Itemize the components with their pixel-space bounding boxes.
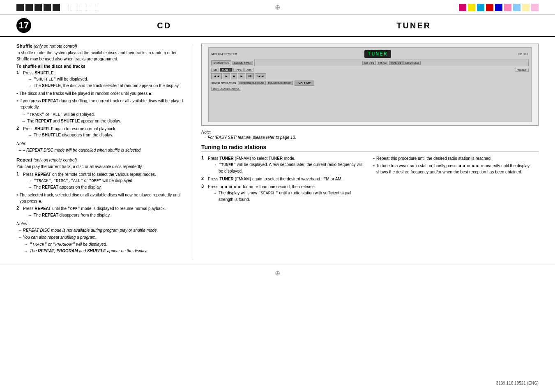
shuffle-header: Shuffle (only on remote control) xyxy=(16,44,184,48)
device-top-row: MINI HI-FI SYSTEM TUNER FM 88.1 xyxy=(211,50,528,58)
tuner-step-1-num: 1 xyxy=(201,155,206,174)
prev-btn[interactable]: ◄◄ xyxy=(211,73,222,79)
fmam-btn[interactable]: FM•AM xyxy=(377,61,388,65)
registration-mark-bottom: ⊕ xyxy=(275,269,280,277)
dash-icon-1: – xyxy=(19,147,21,153)
preset-btn[interactable]: PRESET xyxy=(515,68,529,72)
tape1-btn[interactable]: TAPE 1•2 xyxy=(389,61,403,65)
tuner-step-3-arrow-1: → The display will show "SEARCH" until a… xyxy=(208,190,367,203)
shuffle-subtitle: (only on remote control) xyxy=(34,44,77,48)
source-buttons-row: STANDBY ON CLOCK/ TIMER CD 1•2•3 FM•AM T… xyxy=(211,60,528,66)
repeat-note-arrow-2: → The REPEAT, PROGRAM and SHUFFLE appear… xyxy=(16,248,184,254)
top-bar-right-swatches xyxy=(459,4,539,11)
repeat-intro: You can play the current track, a disc o… xyxy=(16,164,184,170)
tuner-source-btn[interactable]: TUNER xyxy=(220,68,233,72)
page-number: 17 xyxy=(16,18,31,33)
arrow-icon-6: → xyxy=(28,178,32,184)
tuner-body: 1 Press TUNER (FM•AM) to select TUNER mo… xyxy=(201,155,539,204)
ff-btn[interactable]: I/II xyxy=(246,73,254,79)
clock-timer-btn[interactable]: CLOCK/ TIMER xyxy=(233,61,253,65)
step-1-num: 1 xyxy=(16,70,21,89)
image-note-text: For 'EASY SET' feature, please refer to … xyxy=(208,134,296,141)
arrow-icon-2: → xyxy=(28,83,32,89)
repeat-arrow-2-text: The REPEAT appears on the display. xyxy=(34,184,101,190)
repeat-title: Repeat xyxy=(16,157,32,162)
square-9 xyxy=(89,4,96,11)
cd-btn[interactable]: CD 1•2•3 xyxy=(362,61,376,65)
cd-buttons-row: CD 1•2•3 FM•AM TAPE 1•2 CDR/VIDEO xyxy=(254,60,528,66)
swatch-lightyellow xyxy=(522,4,530,11)
shuffle-note-text: – – REPEAT DISC mode will be cancelled w… xyxy=(16,147,184,153)
bullet-1-text: The discs and the tracks will be played … xyxy=(20,90,152,97)
tuner-device-image: MINI HI-FI SYSTEM TUNER FM 88.1 STANDBY … xyxy=(201,44,539,126)
bullet-icon-5: • xyxy=(373,163,375,175)
repeat-note-1: – REPEAT DISC mode is not available duri… xyxy=(16,227,184,233)
shuffle-note-content: – REPEAT DISC mode will be cancelled whe… xyxy=(23,147,142,153)
repeat-note-2-text: You can also repeat shuffling a program. xyxy=(23,234,97,240)
main-content: Shuffle (only on remote control) In shuf… xyxy=(0,37,555,265)
freq-label: FM 88.1 xyxy=(518,53,529,55)
cd-source-btn[interactable]: CD xyxy=(211,68,219,72)
registration-mark-center: ⊕ xyxy=(275,3,280,11)
incredible-btn[interactable]: INCREDIBLE SURROUND xyxy=(238,81,266,85)
arrow-icon-5: → xyxy=(28,132,32,138)
digital-sound-btn[interactable]: DIGITAL SOUND CONTROL xyxy=(211,87,241,91)
tuner-step-1-arrow-1: → "TUNER" will be displayed. A few secon… xyxy=(208,161,367,174)
arrow-icon-11: → xyxy=(213,161,217,174)
repeat-note-2: – You can also repeat shuffling a progra… xyxy=(16,234,184,240)
tuner-steps-col: 1 Press TUNER (FM•AM) to select TUNER mo… xyxy=(201,155,367,204)
sound-nav-label: SOUND NAVIGATION xyxy=(211,82,236,84)
play-btn[interactable]: ► xyxy=(238,73,245,79)
swatch-blue xyxy=(495,4,502,11)
step-1-arrow-2: → The SHUFFLE, the disc and the track se… xyxy=(23,83,180,89)
repeat-step-1: 1 Press REPEAT on the remote control to … xyxy=(16,171,184,190)
step-2-arrow-1: → The SHUFFLE disappears from the displa… xyxy=(23,132,116,138)
dynamic-bass-btn[interactable]: DYNAMIC BASS BOOST xyxy=(267,81,293,85)
repeat-arrow-1-text: "TRACK","DISC","ALL" or "OFF" will be di… xyxy=(34,178,134,184)
tuner-right-bullet-2-text: To tune to a weak radio station, briefly… xyxy=(376,163,539,175)
step-1-arrow-1-text: "SHUFFLE" will be displayed. xyxy=(34,76,88,83)
dash-icon-4: – xyxy=(204,134,206,141)
arrow-icon-3: → xyxy=(21,111,25,118)
step-2-arrow-1-text: The SHUFFLE disappears from the display. xyxy=(34,132,113,138)
square-8 xyxy=(80,4,87,11)
rew-btn[interactable]: I◄◄ xyxy=(255,73,266,79)
repeat-note-1-text: REPEAT DISC mode is not available during… xyxy=(23,227,158,233)
swatch-lightblue xyxy=(513,4,520,11)
tape-source-btn[interactable]: TAPE xyxy=(233,68,244,72)
cdrvideo-btn[interactable]: CDR/VIDEO xyxy=(403,61,420,65)
square-7 xyxy=(71,4,78,11)
tuner-step-2: 2 Press TUNER (FM•AM) again to select th… xyxy=(201,176,367,182)
standby-btn[interactable]: STANDBY ON xyxy=(211,60,231,65)
tuner-step-3-arrow-text: The display will show "SEARCH" until a r… xyxy=(219,190,367,203)
shuffle-title: Shuffle xyxy=(16,44,32,48)
swatch-red xyxy=(486,4,493,11)
tuner-right-bullet-1-text: Repeat this procedure until the desired … xyxy=(376,155,492,161)
tuner-title: TUNER xyxy=(289,21,539,30)
to-shuffle-heading: To shuffle all the discs and tracks xyxy=(16,64,184,69)
brand-label: MINI HI-FI SYSTEM xyxy=(211,53,237,55)
bullet-icon-2: • xyxy=(16,98,18,110)
cd-title: CD xyxy=(39,21,289,30)
shuffle-subsection: Shuffle (only on remote control) In shuf… xyxy=(16,44,184,153)
bullet-2: • If you press REPEAT during shuffling, … xyxy=(16,98,184,110)
arrow-icon-1: → xyxy=(28,76,32,83)
tuner-step-1-arrow-text: "TUNER" will be displayed. A few seconds… xyxy=(219,161,367,174)
tuner-step-3-num: 3 xyxy=(201,184,206,203)
next-btn[interactable]: ► xyxy=(223,73,230,79)
step-1-content: Press SHUFFLE. → "SHUFFLE" will be displ… xyxy=(23,70,180,89)
arrow-icon-4: → xyxy=(21,118,25,124)
page-header: 17 CD TUNER xyxy=(0,15,555,37)
after-bullet-arrow-2-text: The REPEAT and SHUFFLE appear on the dis… xyxy=(27,118,121,124)
repeat-note-arrow-2-text: The REPEAT, PROGRAM and SHUFFLE appear o… xyxy=(30,248,147,254)
step-1-arrow-1: → "SHUFFLE" will be displayed. xyxy=(23,76,180,83)
repeat-note-arrow-1: → "TRACK" or "PROGRAM" will be displayed… xyxy=(16,241,184,248)
aux-source-btn[interactable]: AUX xyxy=(244,68,253,72)
page-footer: 3139 116 19521 (ENG) xyxy=(496,381,539,385)
arrow-icon-8: → xyxy=(28,212,32,218)
bullet-icon-4: • xyxy=(373,155,375,161)
repeat-bullet-1-text: The selected track, selected disc or all… xyxy=(20,192,184,204)
stop-btn[interactable]: ■ xyxy=(231,73,237,79)
repeat-notes: Notes: – REPEAT DISC mode is not availab… xyxy=(16,221,184,254)
tuner-notes-col: • Repeat this procedure until the desire… xyxy=(373,155,539,204)
